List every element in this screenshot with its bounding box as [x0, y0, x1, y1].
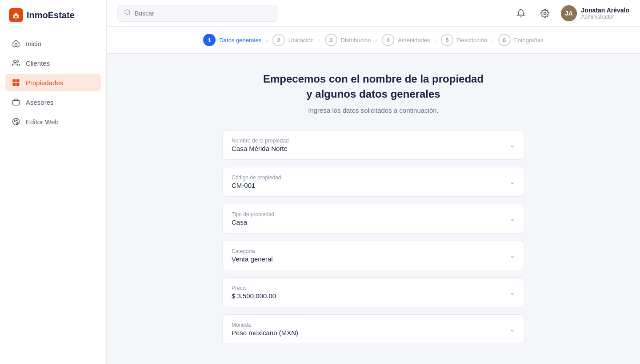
- step-5[interactable]: 5 Descripción: [441, 34, 487, 46]
- search-bar[interactable]: [117, 5, 277, 22]
- avatar: JA: [561, 5, 577, 21]
- sidebar-item-inicio[interactable]: Inicio: [5, 35, 101, 52]
- settings-button[interactable]: [537, 5, 553, 21]
- step-circle-1: 1: [203, 34, 216, 46]
- step-arrow-2: ›: [318, 36, 320, 44]
- field-label-4: Precio: [232, 285, 276, 291]
- sidebar-item-label: Editor Web: [26, 118, 59, 126]
- step-2[interactable]: 2 Ubicación: [272, 34, 314, 46]
- header-right: JA Jonatan Arévalo Administrador: [513, 5, 629, 21]
- app-name: InmoEstate: [27, 10, 75, 20]
- search-icon: [124, 9, 131, 18]
- field-value-3: Venta general: [232, 255, 273, 263]
- main-content: JA Jonatan Arévalo Administrador 1 Datos…: [107, 0, 640, 364]
- chevron-down-icon: ⌄: [509, 251, 515, 260]
- field-moneda[interactable]: Moneda Peso mexicano (MXN) ⌄: [222, 314, 524, 344]
- step-circle-3: 3: [325, 34, 337, 46]
- chevron-down-icon: ⌄: [509, 178, 515, 186]
- step-label-2: Ubicación: [288, 37, 314, 44]
- page-subtitle: Ingresa los datos solicitados a continua…: [222, 107, 524, 114]
- sidebar-item-label: Propiedades: [26, 79, 63, 87]
- step-circle-5: 5: [441, 34, 453, 46]
- notifications-button[interactable]: [513, 5, 529, 21]
- step-circle-4: 4: [382, 34, 394, 46]
- field-label-0: Nombre de la propiedad: [232, 138, 289, 144]
- sidebar-item-label: Clientes: [26, 59, 50, 67]
- sidebar-item-asesores[interactable]: Asesores: [5, 93, 101, 111]
- svg-rect-4: [16, 83, 20, 86]
- field-value-2: Casa: [232, 218, 274, 226]
- step-arrow-3: ›: [376, 36, 378, 44]
- svg-point-9: [17, 122, 18, 123]
- field-value-0: Casa Mérida Norte: [232, 145, 289, 152]
- step-arrow-5: ›: [492, 36, 494, 44]
- sidebar-item-propiedades[interactable]: Propiedades: [5, 74, 101, 91]
- field-label-2: Tipo de propiedad: [232, 211, 274, 218]
- svg-point-12: [544, 12, 546, 14]
- step-label-3: Distribución: [341, 37, 371, 44]
- step-arrow-1: ›: [266, 36, 268, 44]
- chart-icon: [12, 78, 20, 87]
- field-precio[interactable]: Precio $ 3,500,000.00 ⌄: [222, 277, 524, 307]
- svg-text:JA: JA: [565, 10, 573, 17]
- step-3[interactable]: 3 Distribución: [325, 34, 371, 46]
- field-value-5: Peso mexicano (MXN): [232, 329, 298, 336]
- field-value-1: CM-001: [232, 182, 281, 189]
- field-nombre-propiedad[interactable]: Nombre de la propiedad Casa Mérida Norte…: [222, 130, 524, 160]
- svg-line-11: [129, 14, 130, 15]
- step-6[interactable]: 6 Fotografías: [498, 34, 544, 46]
- sidebar-item-label: Asesores: [26, 99, 54, 106]
- search-input[interactable]: [135, 10, 271, 17]
- step-4[interactable]: 4 Amenidades: [382, 34, 430, 46]
- svg-rect-2: [16, 79, 20, 83]
- people-icon: [12, 59, 20, 67]
- home-icon: [12, 39, 20, 48]
- svg-point-0: [14, 60, 16, 63]
- field-label-3: Categoría: [232, 248, 273, 254]
- header: JA Jonatan Arévalo Administrador: [107, 0, 640, 27]
- sidebar: 🏠 InmoEstate Inicio Clientes Propiedades: [0, 0, 107, 364]
- step-label-4: Amenidades: [398, 37, 430, 44]
- field-value-4: $ 3,500,000.00: [232, 292, 276, 300]
- user-role: Administrador: [581, 14, 629, 20]
- field-label-1: Código de propiedad: [232, 174, 281, 181]
- step-arrow-4: ›: [434, 36, 436, 44]
- user-info[interactable]: JA Jonatan Arévalo Administrador: [561, 5, 629, 21]
- field-categoria[interactable]: Categoría Venta general ⌄: [222, 241, 524, 270]
- page-content: Empecemos con el nombre de la propiedad …: [107, 54, 640, 364]
- chevron-down-icon: ⌄: [509, 288, 515, 297]
- steps-bar: 1 Datos generales › 2 Ubicación › 3 Dist…: [107, 27, 640, 54]
- step-1[interactable]: 1 Datos generales: [203, 34, 261, 46]
- field-label-5: Moneda: [232, 322, 298, 328]
- svg-rect-1: [13, 79, 16, 83]
- svg-point-7: [14, 120, 15, 121]
- logo[interactable]: 🏠 InmoEstate: [0, 0, 106, 30]
- sidebar-nav: Inicio Clientes Propiedades Asesores Edi…: [0, 30, 106, 135]
- chevron-down-icon: ⌄: [509, 325, 515, 333]
- field-codigo-propiedad[interactable]: Código de propiedad CM-001 ⌄: [222, 167, 524, 197]
- form-container: Empecemos con el nombre de la propiedad …: [222, 71, 524, 344]
- palette-icon: [12, 117, 20, 126]
- sidebar-item-clientes[interactable]: Clientes: [5, 54, 101, 72]
- sidebar-item-editor-web[interactable]: Editor Web: [5, 113, 101, 131]
- chevron-down-icon: ⌄: [509, 214, 515, 223]
- user-details: Jonatan Arévalo Administrador: [581, 7, 629, 20]
- chevron-down-icon: ⌄: [509, 141, 515, 149]
- svg-point-10: [125, 10, 130, 15]
- user-name: Jonatan Arévalo: [581, 7, 629, 14]
- briefcase-icon: [12, 98, 20, 107]
- logo-icon: 🏠: [9, 8, 23, 22]
- sidebar-item-label: Inicio: [26, 40, 41, 47]
- step-label-6: Fotografías: [514, 37, 544, 44]
- svg-rect-5: [13, 100, 20, 105]
- step-label-5: Descripción: [457, 37, 487, 44]
- page-title: Empecemos con el nombre de la propiedad …: [222, 71, 524, 101]
- step-label-1: Datos generales: [219, 37, 261, 44]
- svg-point-8: [16, 120, 17, 121]
- svg-rect-3: [13, 83, 16, 86]
- field-tipo-propiedad[interactable]: Tipo de propiedad Casa ⌄: [222, 204, 524, 233]
- step-circle-6: 6: [498, 34, 511, 46]
- step-circle-2: 2: [272, 34, 285, 46]
